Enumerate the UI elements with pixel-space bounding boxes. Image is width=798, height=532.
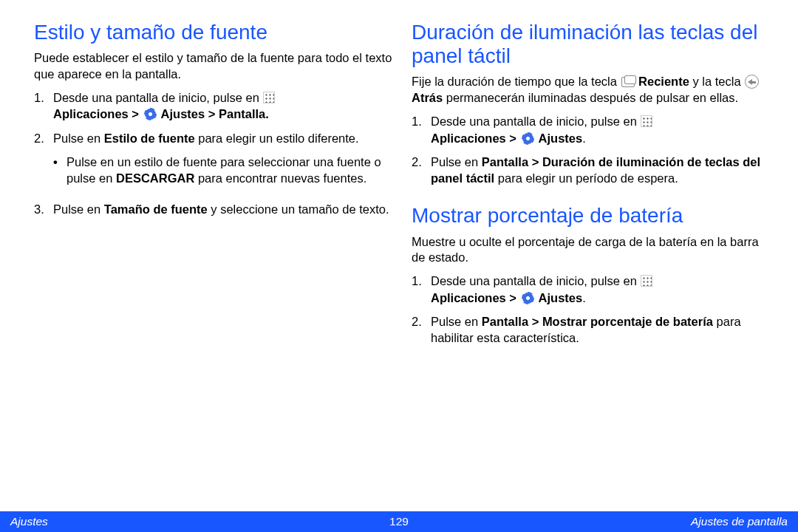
substeps-list: • Pulse en un estilo de fuente para sele… <box>53 154 392 187</box>
text-fragment: Ajustes > Pantalla. <box>158 107 269 120</box>
text-fragment: Ajustes <box>536 291 583 304</box>
gear-icon <box>522 292 534 304</box>
step-3: 3. Pulse en Tamaño de fuente y seleccion… <box>34 201 392 217</box>
text-fragment: para elegir un período de espera. <box>494 171 678 185</box>
bold-path: Aplicaciones > Ajustes <box>431 132 582 145</box>
bold-path: Aplicaciones > Ajustes > Pantalla. <box>53 107 269 120</box>
text-fragment: Aplicaciones > <box>431 132 520 145</box>
bold-text: Reciente <box>635 75 689 88</box>
step-2: 2. Pulse en Estilo de fuente para elegir… <box>34 130 392 194</box>
text-fragment: Aplicaciones > <box>431 291 520 304</box>
manual-page: Estilo y tamaño de fuente Puede establec… <box>0 0 798 532</box>
step-2: 2. Pulse en Pantalla > Mostrar porcentaj… <box>412 313 770 347</box>
text-fragment: Desde una pantalla de inicio, pulse en <box>431 115 640 128</box>
bold-text: DESCARGAR <box>116 171 194 185</box>
steps-list: 1. Desde una pantalla de inicio, pulse e… <box>412 113 770 186</box>
text-fragment: . <box>582 291 586 304</box>
step-text: Desde una pantalla de inicio, pulse en A… <box>53 89 392 123</box>
section-key-illumination: Duración de iluminación las teclas del p… <box>412 21 770 186</box>
bold-text: Atrás <box>412 91 443 104</box>
text-fragment: . <box>582 132 586 145</box>
right-column: Duración de iluminación las teclas del p… <box>412 21 770 364</box>
steps-list: 1. Desde una pantalla de inicio, pulse e… <box>412 273 770 346</box>
step-text: Pulse en Pantalla > Duración de iluminac… <box>431 154 770 187</box>
bullet-icon: • <box>53 154 66 187</box>
text-fragment: y seleccione un tamaño de texto. <box>208 202 389 216</box>
step-number: 2. <box>34 130 53 194</box>
bold-text: Pantalla > Mostrar porcentaje de batería <box>482 315 713 328</box>
text-fragment: Desde una pantalla de inicio, pulse en <box>431 274 640 287</box>
step-2: 2. Pulse en Pantalla > Duración de ilumi… <box>412 154 770 187</box>
text-fragment: para elegir un estilo diferente. <box>195 132 359 145</box>
step-number: 1. <box>412 113 431 146</box>
step-1: 1. Desde una pantalla de inicio, pulse e… <box>412 113 770 146</box>
heading-font-style: Estilo y tamaño de fuente <box>34 21 392 44</box>
step-number: 1. <box>412 273 431 306</box>
step-number: 2. <box>412 154 431 187</box>
footer-page-number: 129 <box>0 515 798 528</box>
apps-grid-icon <box>263 92 275 103</box>
steps-list: 1. Desde una pantalla de inicio, pulse e… <box>34 89 392 218</box>
step-1: 1. Desde una pantalla de inicio, pulse e… <box>34 89 392 123</box>
gear-icon <box>144 108 157 120</box>
step-text: Pulse en Estilo de fuente para elegir un… <box>53 130 392 194</box>
text-fragment: Desde una pantalla de inicio, pulse en <box>53 91 262 104</box>
footer-right: Ajustes de pantalla <box>691 515 788 528</box>
left-column: Estilo y tamaño de fuente Puede establec… <box>34 21 392 364</box>
page-footer: Ajustes 129 Ajustes de pantalla <box>0 511 798 532</box>
heading-battery-percent: Mostrar porcentaje de batería <box>412 204 770 228</box>
substep: • Pulse en un estilo de fuente para sele… <box>53 154 392 187</box>
heading-key-illumination: Duración de iluminación las teclas del p… <box>412 21 770 68</box>
gear-icon <box>522 132 534 145</box>
step-text: Pulse en Tamaño de fuente y seleccione u… <box>53 201 392 217</box>
text-fragment: Pulse en <box>431 315 482 328</box>
section-battery-percent: Mostrar porcentaje de batería Muestre u … <box>412 204 770 346</box>
step-number: 1. <box>34 89 53 123</box>
back-key-icon <box>745 75 759 89</box>
intro-text: Puede establecer el estilo y tamaño de l… <box>34 50 392 82</box>
text-fragment: y la tecla <box>689 75 744 88</box>
bold-text: Estilo de fuente <box>104 132 195 145</box>
two-column-layout: Estilo y tamaño de fuente Puede establec… <box>34 21 770 364</box>
text-fragment: Ajustes <box>536 132 583 145</box>
text-fragment: Pulse en <box>53 202 104 216</box>
apps-grid-icon <box>641 275 652 287</box>
text-fragment: Pulse en <box>431 155 482 168</box>
apps-grid-icon <box>641 115 652 127</box>
text-fragment: Fije la duración de tiempo que la tecla <box>412 75 621 88</box>
text-fragment: Aplicaciones > <box>53 107 143 120</box>
step-1: 1. Desde una pantalla de inicio, pulse e… <box>412 273 770 306</box>
step-text: Pulse en Pantalla > Mostrar porcentaje d… <box>431 313 770 347</box>
step-text: Desde una pantalla de inicio, pulse en A… <box>431 113 770 146</box>
step-text: Desde una pantalla de inicio, pulse en A… <box>431 273 770 306</box>
bold-path: Aplicaciones > Ajustes <box>431 291 582 304</box>
intro-text: Fije la duración de tiempo que la tecla … <box>412 74 770 106</box>
step-number: 3. <box>34 201 53 217</box>
intro-text: Muestre u oculte el porcentaje de carga … <box>412 234 770 266</box>
recent-key-icon <box>621 77 635 87</box>
text-fragment: permanecerán iluminadas después de pulsa… <box>443 91 738 104</box>
text-fragment: para encontrar nuevas fuentes. <box>194 171 366 185</box>
bold-text: Tamaño de fuente <box>104 202 208 216</box>
text-fragment: Pulse en <box>53 132 104 145</box>
step-number: 2. <box>412 313 431 347</box>
section-font-style: Estilo y tamaño de fuente Puede establec… <box>34 21 392 218</box>
substep-text: Pulse en un estilo de fuente para selecc… <box>66 154 392 187</box>
